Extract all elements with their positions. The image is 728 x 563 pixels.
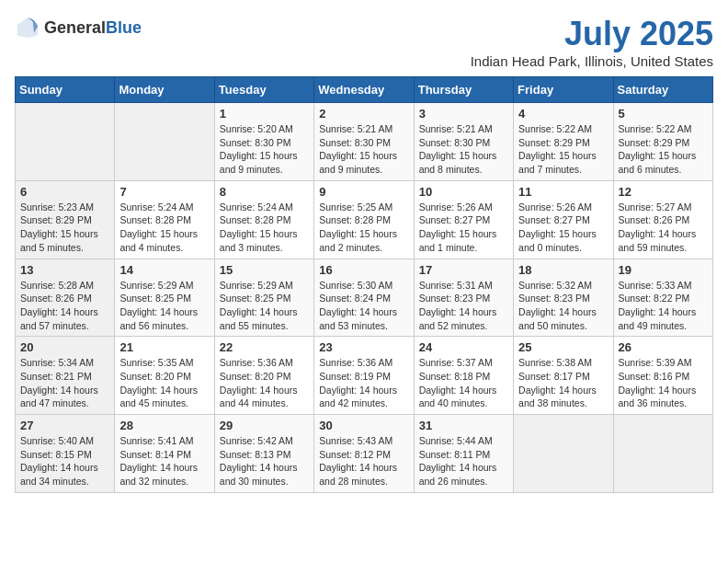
day-number: 28 (119, 419, 209, 432)
day-info: Sunrise: 5:41 AM Sunset: 8:14 PM Dayligh… (119, 434, 209, 488)
calendar-cell: 15Sunrise: 5:29 AM Sunset: 8:25 PM Dayli… (214, 259, 313, 337)
calendar-week-row: 1Sunrise: 5:20 AM Sunset: 8:30 PM Daylig… (16, 103, 713, 181)
calendar-cell: 31Sunrise: 5:44 AM Sunset: 8:11 PM Dayli… (414, 415, 513, 493)
calendar-cell: 24Sunrise: 5:37 AM Sunset: 8:18 PM Dayli… (414, 337, 513, 415)
day-info: Sunrise: 5:21 AM Sunset: 8:30 PM Dayligh… (319, 122, 408, 177)
main-title: July 2025 (471, 15, 713, 53)
day-number: 8 (220, 185, 309, 199)
weekday-header-monday: Monday (115, 77, 214, 103)
day-number: 23 (319, 340, 408, 354)
calendar-cell: 16Sunrise: 5:30 AM Sunset: 8:24 PM Dayli… (314, 259, 414, 337)
calendar-cell: 14Sunrise: 5:29 AM Sunset: 8:25 PM Dayli… (115, 259, 214, 337)
day-number: 16 (319, 263, 408, 277)
day-number: 4 (518, 107, 608, 121)
calendar-cell: 7Sunrise: 5:24 AM Sunset: 8:28 PM Daylig… (115, 180, 214, 259)
page-header: GeneralBlue July 2025 Indian Head Park, … (15, 15, 713, 69)
logo-blue: Blue (106, 18, 142, 37)
day-number: 17 (419, 263, 508, 277)
day-number: 10 (419, 185, 508, 199)
calendar-cell: 10Sunrise: 5:26 AM Sunset: 8:27 PM Dayli… (414, 180, 513, 259)
calendar-cell: 30Sunrise: 5:43 AM Sunset: 8:12 PM Dayli… (314, 415, 414, 493)
day-info: Sunrise: 5:33 AM Sunset: 8:22 PM Dayligh… (619, 279, 708, 333)
day-number: 24 (419, 340, 508, 354)
calendar-cell: 3Sunrise: 5:21 AM Sunset: 8:30 PM Daylig… (414, 103, 513, 181)
calendar-cell (514, 415, 613, 493)
day-number: 19 (619, 263, 708, 277)
day-info: Sunrise: 5:40 AM Sunset: 8:15 PM Dayligh… (20, 434, 109, 488)
day-info: Sunrise: 5:28 AM Sunset: 8:26 PM Dayligh… (20, 279, 109, 333)
day-number: 30 (319, 419, 408, 432)
day-number: 3 (419, 107, 508, 121)
day-info: Sunrise: 5:29 AM Sunset: 8:25 PM Dayligh… (119, 279, 209, 333)
calendar-table: SundayMondayTuesdayWednesdayThursdayFrid… (15, 76, 713, 493)
day-info: Sunrise: 5:38 AM Sunset: 8:17 PM Dayligh… (518, 356, 608, 410)
day-info: Sunrise: 5:22 AM Sunset: 8:29 PM Dayligh… (518, 122, 608, 177)
calendar-cell: 8Sunrise: 5:24 AM Sunset: 8:28 PM Daylig… (214, 180, 313, 259)
calendar-cell: 11Sunrise: 5:26 AM Sunset: 8:27 PM Dayli… (514, 180, 613, 259)
calendar-cell: 18Sunrise: 5:32 AM Sunset: 8:23 PM Dayli… (514, 259, 613, 337)
weekday-header-row: SundayMondayTuesdayWednesdayThursdayFrid… (16, 77, 713, 103)
day-info: Sunrise: 5:23 AM Sunset: 8:29 PM Dayligh… (20, 201, 109, 255)
day-info: Sunrise: 5:25 AM Sunset: 8:28 PM Dayligh… (319, 201, 408, 255)
calendar-cell (613, 415, 712, 493)
day-info: Sunrise: 5:26 AM Sunset: 8:27 PM Dayligh… (419, 201, 508, 255)
weekday-header-wednesday: Wednesday (314, 77, 414, 103)
calendar-cell: 26Sunrise: 5:39 AM Sunset: 8:16 PM Dayli… (613, 337, 712, 415)
calendar-cell: 21Sunrise: 5:35 AM Sunset: 8:20 PM Dayli… (115, 337, 214, 415)
day-number: 12 (619, 185, 708, 199)
day-info: Sunrise: 5:31 AM Sunset: 8:23 PM Dayligh… (419, 279, 508, 333)
calendar-cell: 28Sunrise: 5:41 AM Sunset: 8:14 PM Dayli… (115, 415, 214, 493)
calendar-cell: 1Sunrise: 5:20 AM Sunset: 8:30 PM Daylig… (214, 103, 313, 181)
day-number: 15 (220, 263, 309, 277)
day-info: Sunrise: 5:21 AM Sunset: 8:30 PM Dayligh… (419, 122, 508, 177)
day-number: 7 (119, 185, 209, 199)
day-number: 27 (20, 419, 109, 432)
day-info: Sunrise: 5:44 AM Sunset: 8:11 PM Dayligh… (419, 434, 508, 488)
day-info: Sunrise: 5:20 AM Sunset: 8:30 PM Dayligh… (220, 122, 309, 177)
calendar-cell: 20Sunrise: 5:34 AM Sunset: 8:21 PM Dayli… (16, 337, 115, 415)
day-info: Sunrise: 5:36 AM Sunset: 8:20 PM Dayligh… (220, 356, 309, 410)
day-number: 6 (20, 185, 109, 199)
calendar-cell: 4Sunrise: 5:22 AM Sunset: 8:29 PM Daylig… (514, 103, 613, 181)
title-block: July 2025 Indian Head Park, Illinois, Un… (471, 15, 713, 69)
calendar-cell: 2Sunrise: 5:21 AM Sunset: 8:30 PM Daylig… (314, 103, 414, 181)
calendar-week-row: 13Sunrise: 5:28 AM Sunset: 8:26 PM Dayli… (16, 259, 713, 337)
logo: GeneralBlue (15, 15, 142, 40)
day-info: Sunrise: 5:30 AM Sunset: 8:24 PM Dayligh… (319, 279, 408, 333)
day-info: Sunrise: 5:43 AM Sunset: 8:12 PM Dayligh… (319, 434, 408, 488)
calendar-cell (16, 103, 115, 181)
day-number: 21 (119, 340, 209, 354)
calendar-cell: 12Sunrise: 5:27 AM Sunset: 8:26 PM Dayli… (613, 180, 712, 259)
day-number: 22 (220, 340, 309, 354)
calendar-cell: 23Sunrise: 5:36 AM Sunset: 8:19 PM Dayli… (314, 337, 414, 415)
day-number: 11 (518, 185, 608, 199)
day-info: Sunrise: 5:32 AM Sunset: 8:23 PM Dayligh… (518, 279, 608, 333)
day-number: 18 (518, 263, 608, 277)
logo-icon (15, 15, 40, 40)
calendar-week-row: 6Sunrise: 5:23 AM Sunset: 8:29 PM Daylig… (16, 180, 713, 259)
day-info: Sunrise: 5:24 AM Sunset: 8:28 PM Dayligh… (119, 201, 209, 255)
subtitle: Indian Head Park, Illinois, United State… (471, 53, 713, 69)
day-number: 14 (119, 263, 209, 277)
day-info: Sunrise: 5:29 AM Sunset: 8:25 PM Dayligh… (220, 279, 309, 333)
day-number: 13 (20, 263, 109, 277)
day-info: Sunrise: 5:26 AM Sunset: 8:27 PM Dayligh… (518, 201, 608, 255)
day-number: 2 (319, 107, 408, 121)
day-info: Sunrise: 5:22 AM Sunset: 8:29 PM Dayligh… (619, 122, 708, 177)
weekday-header-friday: Friday (514, 77, 613, 103)
calendar-cell: 22Sunrise: 5:36 AM Sunset: 8:20 PM Dayli… (214, 337, 313, 415)
day-info: Sunrise: 5:36 AM Sunset: 8:19 PM Dayligh… (319, 356, 408, 410)
calendar-cell (115, 103, 214, 181)
logo-general: General (44, 18, 106, 37)
calendar-cell: 25Sunrise: 5:38 AM Sunset: 8:17 PM Dayli… (514, 337, 613, 415)
weekday-header-sunday: Sunday (16, 77, 115, 103)
calendar-cell: 29Sunrise: 5:42 AM Sunset: 8:13 PM Dayli… (214, 415, 313, 493)
day-number: 1 (220, 107, 309, 121)
calendar-week-row: 20Sunrise: 5:34 AM Sunset: 8:21 PM Dayli… (16, 337, 713, 415)
weekday-header-thursday: Thursday (414, 77, 513, 103)
weekday-header-tuesday: Tuesday (214, 77, 313, 103)
day-info: Sunrise: 5:42 AM Sunset: 8:13 PM Dayligh… (220, 434, 309, 488)
calendar-cell: 19Sunrise: 5:33 AM Sunset: 8:22 PM Dayli… (613, 259, 712, 337)
calendar-week-row: 27Sunrise: 5:40 AM Sunset: 8:15 PM Dayli… (16, 415, 713, 493)
day-number: 9 (319, 185, 408, 199)
